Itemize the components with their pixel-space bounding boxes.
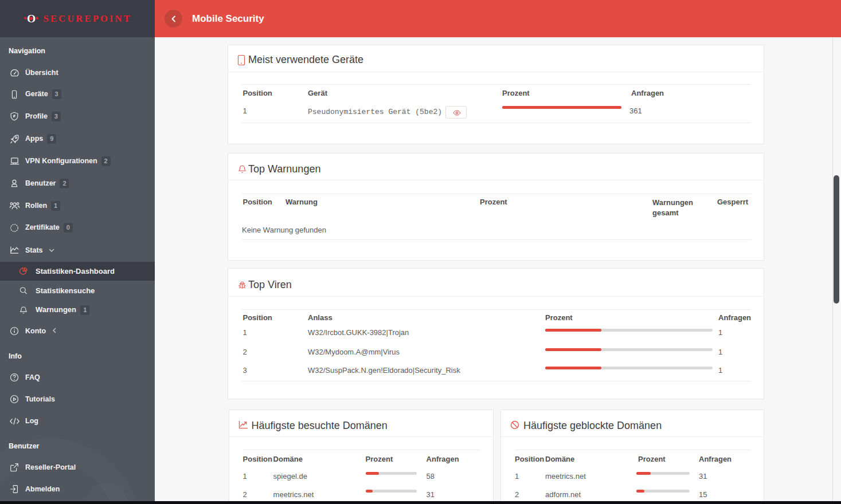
svg-text:SECUREPOINT: SECUREPOINT bbox=[44, 13, 132, 24]
